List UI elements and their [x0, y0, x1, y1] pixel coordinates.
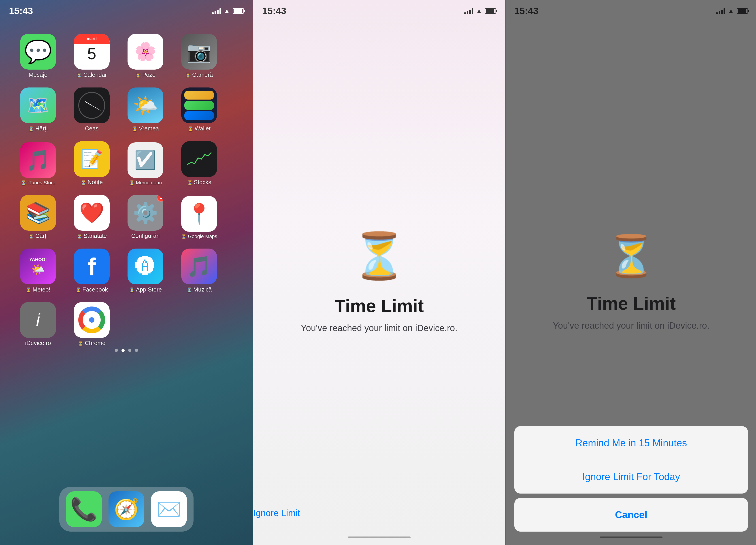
app-label-idevice: iDevice.ro — [25, 340, 51, 347]
hourglass-icon-dark: ⏳ — [606, 232, 656, 280]
app-label-carti: Cărți — [28, 232, 47, 239]
app-calendar[interactable]: marți 5 Calendar — [68, 31, 115, 78]
wifi-icon-2: ▲ — [476, 7, 482, 15]
app-wallet[interactable]: Wallet — [176, 85, 223, 132]
app-mementouri[interactable]: ☑️ Mementouri — [122, 139, 169, 186]
app-label-stocks: Stocks — [187, 179, 211, 186]
page-dot-2[interactable] — [128, 349, 131, 352]
app-label-itunes: iTunes Store — [21, 180, 55, 186]
app-label-mesaje: Mesaje — [29, 71, 47, 78]
app-label-notite: Notițe — [81, 179, 103, 186]
app-configurari[interactable]: ⚙️ 1 Configurări — [122, 192, 169, 239]
status-icons-3: ▲ — [716, 7, 748, 15]
app-facebook[interactable]: f Facebook — [68, 246, 115, 293]
status-time-3: 15:43 — [514, 6, 538, 16]
ignore-limit-button[interactable]: Ignore Limit — [253, 508, 300, 518]
app-camera[interactable]: 📷 Cameră — [176, 31, 223, 78]
time-limit-description: You've reached your limit on iDevice.ro. — [301, 323, 458, 333]
signal-strength-icon — [212, 8, 221, 14]
signal-strength-icon-2 — [464, 8, 473, 14]
app-label-facebook: Facebook — [76, 286, 108, 293]
page-dot-3[interactable] — [135, 349, 138, 352]
app-carti[interactable]: 📚 Cărți — [15, 192, 62, 239]
app-sanatate[interactable]: ❤️ Sănătate — [68, 192, 115, 239]
status-time: 15:43 — [9, 6, 33, 16]
app-itunes[interactable]: 🎵 iTunes Store — [15, 139, 62, 186]
wifi-icon-3: ▲ — [728, 7, 734, 15]
app-appstore[interactable]: 🅐 App Store — [122, 246, 169, 293]
dock: 📞 🧭 ✉️ — [59, 487, 194, 532]
battery-icon — [233, 8, 244, 14]
dock-gmail[interactable]: ✉️ — [151, 491, 187, 527]
time-limit-title-dark: Time Limit — [587, 293, 676, 314]
home-indicator-2 — [348, 536, 411, 538]
status-bar-3: 15:43 ▲ — [505, 0, 756, 18]
app-label-googlemaps: Google Maps — [181, 234, 217, 239]
dock-safari[interactable]: 🧭 — [109, 491, 144, 527]
app-label-chrome: Chrome — [78, 340, 105, 347]
app-label-sanatate: Sănătate — [77, 232, 107, 239]
dock-phone[interactable]: 📞 — [66, 491, 102, 527]
app-grid: 💬 Mesaje marți 5 Calendar 🌸 Poze 📷 Camer… — [0, 22, 253, 302]
app-mesaje[interactable]: 💬 Mesaje — [15, 31, 62, 78]
time-limit-content: ⏳ Time Limit You've reached your limit o… — [253, 18, 505, 545]
app-idevice[interactable]: i iDevice.ro — [15, 302, 62, 347]
app-label-wallet: Wallet — [188, 125, 211, 132]
app-googlemaps[interactable]: 📍 Google Maps — [176, 192, 223, 239]
time-limit-screen-dark: 15:43 ▲ ⏳ Time Limit You've reached your… — [505, 0, 756, 545]
signal-strength-icon-3 — [716, 8, 725, 14]
app-meteo[interactable]: YAHOO! 🌤️ Meteo! — [15, 246, 62, 293]
ignore-limit-today-button[interactable]: Ignore Limit For Today — [514, 460, 748, 494]
battery-icon-2 — [485, 8, 496, 14]
app-chrome[interactable]: Chrome — [68, 302, 115, 347]
app-harti[interactable]: 🗺️ Hărți — [15, 85, 62, 132]
time-limit-screen-light: 15:43 ▲ ⏳ Time Limit You've reached your… — [253, 0, 505, 545]
time-limit-title: Time Limit — [334, 296, 424, 316]
app-label-mementouri: Mementouri — [129, 180, 162, 186]
app-stocks[interactable]: Stocks — [176, 139, 223, 186]
status-icons-2: ▲ — [464, 7, 496, 15]
app-notite[interactable]: 📝 Notițe — [68, 139, 115, 186]
app-label-muzica: Muzică — [187, 286, 212, 293]
app-label-meteo: Meteo! — [26, 286, 50, 293]
app-row6: i iDevice.ro Chrome — [0, 302, 253, 347]
status-time-2: 15:43 — [262, 6, 286, 16]
remind-later-button[interactable]: Remind Me in 15 Minutes — [514, 426, 748, 460]
home-screen: 15:43 ▲ 💬 Mesaje marți 5 — [0, 0, 253, 545]
status-bar: 15:43 ▲ — [0, 0, 253, 18]
time-limit-description-dark: You've reached your limit on iDevice.ro. — [553, 321, 709, 331]
wifi-icon: ▲ — [224, 7, 230, 15]
action-sheet: Remind Me in 15 Minutes Ignore Limit For… — [514, 426, 748, 532]
dialog-options: Remind Me in 15 Minutes Ignore Limit For… — [514, 426, 748, 494]
app-label-calendar: Calendar — [77, 71, 107, 78]
battery-icon-3 — [737, 8, 748, 14]
app-label-ceas: Ceas — [85, 125, 99, 132]
app-label-camera: Cameră — [185, 71, 213, 78]
app-label-appstore: App Store — [129, 286, 162, 293]
app-label-configurari: Configurări — [131, 232, 160, 239]
app-ceas[interactable]: Ceas — [68, 85, 115, 132]
page-dot-0[interactable] — [115, 349, 118, 352]
page-dot-1[interactable] — [121, 349, 125, 352]
page-dots — [0, 349, 253, 352]
cancel-button[interactable]: Cancel — [514, 498, 748, 532]
app-muzica[interactable]: 🎵 Muzică — [176, 246, 223, 293]
app-poze[interactable]: 🌸 Poze — [122, 31, 169, 78]
status-icons: ▲ — [212, 7, 244, 15]
app-label-poze: Poze — [135, 71, 155, 78]
app-label-vremea: Vremea — [132, 125, 159, 132]
status-bar-2: 15:43 ▲ — [253, 0, 505, 18]
hourglass-icon: ⏳ — [351, 230, 407, 282]
app-label-harti: Hărți — [28, 125, 47, 132]
app-vremea[interactable]: 🌤️ Vremea — [122, 85, 169, 132]
